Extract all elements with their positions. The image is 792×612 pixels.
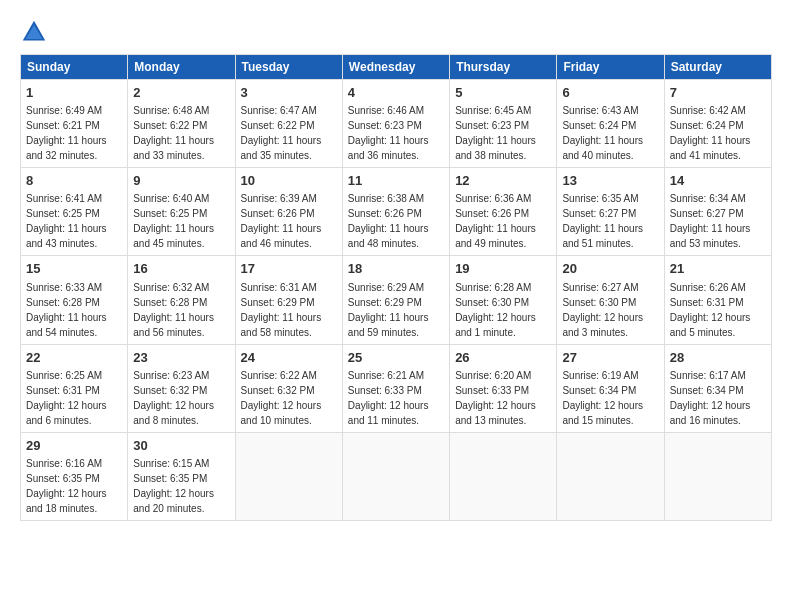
calendar-cell	[450, 432, 557, 520]
day-number: 28	[670, 349, 766, 367]
day-info: Sunrise: 6:35 AMSunset: 6:27 PMDaylight:…	[562, 193, 643, 249]
day-info: Sunrise: 6:21 AMSunset: 6:33 PMDaylight:…	[348, 370, 429, 426]
day-number: 24	[241, 349, 337, 367]
day-info: Sunrise: 6:39 AMSunset: 6:26 PMDaylight:…	[241, 193, 322, 249]
day-info: Sunrise: 6:26 AMSunset: 6:31 PMDaylight:…	[670, 282, 751, 338]
day-info: Sunrise: 6:31 AMSunset: 6:29 PMDaylight:…	[241, 282, 322, 338]
day-info: Sunrise: 6:23 AMSunset: 6:32 PMDaylight:…	[133, 370, 214, 426]
day-info: Sunrise: 6:15 AMSunset: 6:35 PMDaylight:…	[133, 458, 214, 514]
calendar-header-thursday: Thursday	[450, 55, 557, 80]
day-number: 10	[241, 172, 337, 190]
calendar-week-4: 22 Sunrise: 6:25 AMSunset: 6:31 PMDaylig…	[21, 344, 772, 432]
calendar-cell	[557, 432, 664, 520]
day-info: Sunrise: 6:40 AMSunset: 6:25 PMDaylight:…	[133, 193, 214, 249]
day-info: Sunrise: 6:17 AMSunset: 6:34 PMDaylight:…	[670, 370, 751, 426]
calendar-cell: 3 Sunrise: 6:47 AMSunset: 6:22 PMDayligh…	[235, 80, 342, 168]
calendar-cell: 20 Sunrise: 6:27 AMSunset: 6:30 PMDaylig…	[557, 256, 664, 344]
day-number: 11	[348, 172, 444, 190]
day-number: 6	[562, 84, 658, 102]
calendar-header-monday: Monday	[128, 55, 235, 80]
day-number: 25	[348, 349, 444, 367]
day-number: 1	[26, 84, 122, 102]
calendar-cell: 10 Sunrise: 6:39 AMSunset: 6:26 PMDaylig…	[235, 168, 342, 256]
calendar-header-tuesday: Tuesday	[235, 55, 342, 80]
logo	[20, 18, 52, 46]
day-number: 9	[133, 172, 229, 190]
calendar-cell: 12 Sunrise: 6:36 AMSunset: 6:26 PMDaylig…	[450, 168, 557, 256]
calendar-cell: 18 Sunrise: 6:29 AMSunset: 6:29 PMDaylig…	[342, 256, 449, 344]
day-info: Sunrise: 6:43 AMSunset: 6:24 PMDaylight:…	[562, 105, 643, 161]
day-number: 7	[670, 84, 766, 102]
calendar-header-saturday: Saturday	[664, 55, 771, 80]
day-number: 20	[562, 260, 658, 278]
day-number: 19	[455, 260, 551, 278]
calendar-header-sunday: Sunday	[21, 55, 128, 80]
calendar-cell: 15 Sunrise: 6:33 AMSunset: 6:28 PMDaylig…	[21, 256, 128, 344]
day-info: Sunrise: 6:32 AMSunset: 6:28 PMDaylight:…	[133, 282, 214, 338]
day-info: Sunrise: 6:46 AMSunset: 6:23 PMDaylight:…	[348, 105, 429, 161]
calendar-header-row: SundayMondayTuesdayWednesdayThursdayFrid…	[21, 55, 772, 80]
calendar-cell: 6 Sunrise: 6:43 AMSunset: 6:24 PMDayligh…	[557, 80, 664, 168]
calendar-week-3: 15 Sunrise: 6:33 AMSunset: 6:28 PMDaylig…	[21, 256, 772, 344]
calendar-header-wednesday: Wednesday	[342, 55, 449, 80]
day-info: Sunrise: 6:38 AMSunset: 6:26 PMDaylight:…	[348, 193, 429, 249]
day-info: Sunrise: 6:49 AMSunset: 6:21 PMDaylight:…	[26, 105, 107, 161]
calendar-cell	[342, 432, 449, 520]
day-number: 21	[670, 260, 766, 278]
calendar-cell: 13 Sunrise: 6:35 AMSunset: 6:27 PMDaylig…	[557, 168, 664, 256]
day-number: 13	[562, 172, 658, 190]
calendar-cell: 26 Sunrise: 6:20 AMSunset: 6:33 PMDaylig…	[450, 344, 557, 432]
calendar-cell: 14 Sunrise: 6:34 AMSunset: 6:27 PMDaylig…	[664, 168, 771, 256]
calendar-cell: 4 Sunrise: 6:46 AMSunset: 6:23 PMDayligh…	[342, 80, 449, 168]
calendar-body: 1 Sunrise: 6:49 AMSunset: 6:21 PMDayligh…	[21, 80, 772, 521]
calendar-cell: 5 Sunrise: 6:45 AMSunset: 6:23 PMDayligh…	[450, 80, 557, 168]
day-info: Sunrise: 6:28 AMSunset: 6:30 PMDaylight:…	[455, 282, 536, 338]
day-number: 15	[26, 260, 122, 278]
day-number: 17	[241, 260, 337, 278]
day-number: 26	[455, 349, 551, 367]
calendar-cell: 22 Sunrise: 6:25 AMSunset: 6:31 PMDaylig…	[21, 344, 128, 432]
calendar-cell: 2 Sunrise: 6:48 AMSunset: 6:22 PMDayligh…	[128, 80, 235, 168]
calendar-cell: 9 Sunrise: 6:40 AMSunset: 6:25 PMDayligh…	[128, 168, 235, 256]
header	[20, 18, 772, 46]
day-info: Sunrise: 6:45 AMSunset: 6:23 PMDaylight:…	[455, 105, 536, 161]
logo-icon	[20, 18, 48, 46]
day-info: Sunrise: 6:19 AMSunset: 6:34 PMDaylight:…	[562, 370, 643, 426]
day-number: 30	[133, 437, 229, 455]
calendar-cell: 7 Sunrise: 6:42 AMSunset: 6:24 PMDayligh…	[664, 80, 771, 168]
calendar-cell: 27 Sunrise: 6:19 AMSunset: 6:34 PMDaylig…	[557, 344, 664, 432]
day-number: 29	[26, 437, 122, 455]
day-info: Sunrise: 6:48 AMSunset: 6:22 PMDaylight:…	[133, 105, 214, 161]
calendar-table: SundayMondayTuesdayWednesdayThursdayFrid…	[20, 54, 772, 521]
day-number: 8	[26, 172, 122, 190]
calendar-cell: 30 Sunrise: 6:15 AMSunset: 6:35 PMDaylig…	[128, 432, 235, 520]
calendar-cell: 17 Sunrise: 6:31 AMSunset: 6:29 PMDaylig…	[235, 256, 342, 344]
day-info: Sunrise: 6:27 AMSunset: 6:30 PMDaylight:…	[562, 282, 643, 338]
calendar-week-1: 1 Sunrise: 6:49 AMSunset: 6:21 PMDayligh…	[21, 80, 772, 168]
day-info: Sunrise: 6:20 AMSunset: 6:33 PMDaylight:…	[455, 370, 536, 426]
calendar-cell: 1 Sunrise: 6:49 AMSunset: 6:21 PMDayligh…	[21, 80, 128, 168]
day-number: 18	[348, 260, 444, 278]
day-info: Sunrise: 6:25 AMSunset: 6:31 PMDaylight:…	[26, 370, 107, 426]
day-info: Sunrise: 6:47 AMSunset: 6:22 PMDaylight:…	[241, 105, 322, 161]
calendar-cell: 19 Sunrise: 6:28 AMSunset: 6:30 PMDaylig…	[450, 256, 557, 344]
day-number: 2	[133, 84, 229, 102]
day-info: Sunrise: 6:22 AMSunset: 6:32 PMDaylight:…	[241, 370, 322, 426]
calendar-cell: 16 Sunrise: 6:32 AMSunset: 6:28 PMDaylig…	[128, 256, 235, 344]
calendar-cell: 28 Sunrise: 6:17 AMSunset: 6:34 PMDaylig…	[664, 344, 771, 432]
calendar-cell: 21 Sunrise: 6:26 AMSunset: 6:31 PMDaylig…	[664, 256, 771, 344]
day-number: 12	[455, 172, 551, 190]
calendar-cell	[235, 432, 342, 520]
calendar-header-friday: Friday	[557, 55, 664, 80]
day-info: Sunrise: 6:33 AMSunset: 6:28 PMDaylight:…	[26, 282, 107, 338]
calendar-cell: 24 Sunrise: 6:22 AMSunset: 6:32 PMDaylig…	[235, 344, 342, 432]
calendar-cell: 29 Sunrise: 6:16 AMSunset: 6:35 PMDaylig…	[21, 432, 128, 520]
day-number: 27	[562, 349, 658, 367]
page-container: SundayMondayTuesdayWednesdayThursdayFrid…	[0, 0, 792, 531]
day-number: 16	[133, 260, 229, 278]
day-info: Sunrise: 6:36 AMSunset: 6:26 PMDaylight:…	[455, 193, 536, 249]
day-number: 23	[133, 349, 229, 367]
day-info: Sunrise: 6:29 AMSunset: 6:29 PMDaylight:…	[348, 282, 429, 338]
day-info: Sunrise: 6:16 AMSunset: 6:35 PMDaylight:…	[26, 458, 107, 514]
day-info: Sunrise: 6:42 AMSunset: 6:24 PMDaylight:…	[670, 105, 751, 161]
